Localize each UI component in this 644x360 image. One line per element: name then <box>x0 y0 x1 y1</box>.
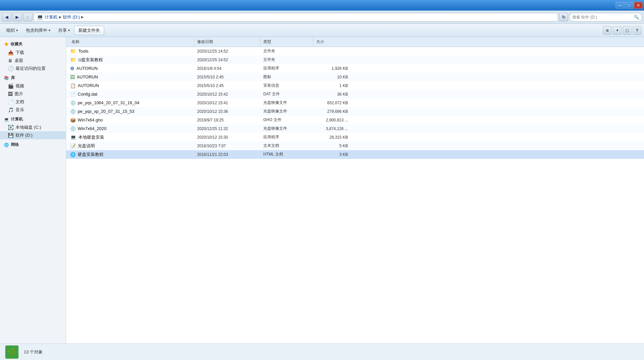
file-icon: 📦 <box>70 117 76 123</box>
computer-icon: 💻 <box>4 117 9 122</box>
up-button[interactable]: ↑ <box>23 13 32 22</box>
toolbar: 组织 ▾ 包含到库中 ▾ 共享 ▾ 新建文件夹 ≡ ▾ □ ? <box>0 24 644 37</box>
file-name-text: Win7x64_2020 <box>78 126 107 131</box>
file-name: 💿 pe_yqs_xp_20_07_31_15_53 <box>69 109 194 114</box>
recent-icon: 🕐 <box>8 66 14 71</box>
sidebar-item-video[interactable]: 🎬 视频 <box>0 82 66 90</box>
close-button[interactable]: ✕ <box>634 2 643 9</box>
table-row[interactable]: ⚙ AUTORUN 2016/1/8 4:54 应用程序 1,926 KB <box>66 64 644 73</box>
file-type: 光盘映像文件 <box>261 126 314 131</box>
file-name-text: U盘安装教程 <box>78 57 103 63</box>
include-library-button[interactable]: 包含到库中 ▾ <box>22 26 54 35</box>
table-row[interactable]: 💿 pe_yqs_xp_20_07_31_15_53 2020/10/12 15… <box>66 107 644 116</box>
file-size: 279,696 KB <box>314 109 353 114</box>
table-row[interactable]: 💿 pe_yqs_1064_20_07_31_16_04 2020/10/12 … <box>66 99 644 107</box>
file-icon: 📄 <box>70 92 76 97</box>
sidebar-item-desktop[interactable]: 🖥 桌面 <box>0 57 66 65</box>
file-name: 📁 Tools <box>69 48 194 54</box>
file-name: 📄 Config.dat <box>69 92 194 97</box>
sidebar-item-music[interactable]: 🎵 音乐 <box>0 106 66 114</box>
breadcrumb-drive[interactable]: 软件 (D:) <box>63 14 80 20</box>
file-type: GHO 文件 <box>261 117 314 123</box>
file-name: 💿 pe_yqs_1064_20_07_31_16_04 <box>69 100 194 106</box>
col-modified[interactable]: 修改日期 <box>194 37 261 47</box>
file-name: 💿 Win7x64_2020 <box>69 126 194 131</box>
table-row[interactable]: 📄 Config.dat 2020/10/12 15:42 DAT 文件 36 … <box>66 90 644 99</box>
table-row[interactable]: 📝 光盘说明 2016/10/23 7:07 文本文档 5 KB <box>66 142 644 150</box>
file-size: 5 KB <box>314 144 353 148</box>
table-row[interactable]: 🌐 硬盘安装教程 2016/11/21 22:03 HTML 文档 3 KB <box>66 150 644 159</box>
file-name: 📦 Win7x64.gho <box>69 117 194 123</box>
table-row[interactable]: 💿 Win7x64_2020 2020/12/25 11:32 光盘映像文件 3… <box>66 124 644 133</box>
table-row[interactable]: 📋 AUTORUN 2015/5/10 2:45 安装信息 1 KB <box>66 81 644 90</box>
col-size[interactable]: 大小 <box>314 37 353 47</box>
sidebar-item-document[interactable]: 📄 文档 <box>0 98 66 106</box>
table-row[interactable]: 🖼 AUTORUN 2015/5/10 2:45 图标 10 KB <box>66 73 644 81</box>
breadcrumb-computer[interactable]: 计算机 <box>45 14 58 20</box>
sidebar-item-drive-c[interactable]: 💽 本地磁盘 (C:) <box>0 123 66 131</box>
search-icon: 🔍 <box>634 15 639 20</box>
help-button[interactable]: ? <box>633 26 641 35</box>
sidebar-item-picture[interactable]: 🖼 图片 <box>0 90 66 98</box>
preview-pane-button[interactable]: □ <box>623 26 631 35</box>
file-type: 图标 <box>261 74 314 80</box>
table-row[interactable]: 📁 Tools 2020/12/25 14:52 文件夹 <box>66 47 644 56</box>
view-details-button[interactable]: ▾ <box>613 26 622 35</box>
file-date: 2020/10/12 15:42 <box>194 92 261 97</box>
file-name: ⚙ AUTORUN <box>69 66 194 71</box>
music-icon: 🎵 <box>8 107 14 112</box>
file-date: 2015/5/10 2:45 <box>194 83 261 88</box>
file-name-text: pe_yqs_1064_20_07_31_16_04 <box>78 100 140 105</box>
star-icon: ★ <box>4 41 9 47</box>
new-folder-button[interactable]: 新建文件夹 <box>74 26 104 35</box>
table-row[interactable]: 💻 本地硬盘安装 2020/10/12 15:30 应用程序 28,315 KB <box>66 133 644 142</box>
file-icon: 📝 <box>70 143 76 149</box>
sidebar-item-recent[interactable]: 🕐 最近访问的位置 <box>0 65 66 72</box>
forward-button[interactable]: ▶ <box>13 13 22 22</box>
view-toggle-button[interactable]: ≡ <box>603 26 612 35</box>
file-size: 2,900,813 ... <box>314 118 353 122</box>
sidebar-item-download[interactable]: 📥 下载 <box>0 49 66 57</box>
organize-button[interactable]: 组织 ▾ <box>3 26 21 35</box>
download-icon: 📥 <box>8 50 14 55</box>
search-input[interactable] <box>572 15 634 20</box>
refresh-button[interactable]: ↻ <box>559 13 568 22</box>
file-type: 安装信息 <box>261 83 314 88</box>
col-type[interactable]: 类型 <box>261 37 314 47</box>
share-button[interactable]: 共享 ▾ <box>55 26 73 35</box>
back-button[interactable]: ◀ <box>2 13 11 22</box>
file-type: 应用程序 <box>261 66 314 71</box>
desktop-icon: 🖥 <box>8 58 13 63</box>
sidebar-header-library[interactable]: 📚 库 <box>0 74 66 82</box>
sidebar-header-computer[interactable]: 💻 计算机 <box>0 115 66 123</box>
file-icon: 📁 <box>70 48 76 54</box>
file-date: 2019/9/7 19:25 <box>194 118 261 122</box>
file-name: 💻 本地硬盘安装 <box>69 134 194 140</box>
file-name-text: AUTORUN <box>76 66 98 71</box>
table-row[interactable]: 📁 U盘安装教程 2020/12/25 14:52 文件夹 <box>66 56 644 64</box>
table-row[interactable]: 📦 Win7x64.gho 2019/9/7 19:25 GHO 文件 2,90… <box>66 116 644 124</box>
file-type: 应用程序 <box>261 134 314 140</box>
file-name-text: 本地硬盘安装 <box>78 134 104 140</box>
sidebar-header-favorites[interactable]: ★ 收藏夹 <box>0 40 66 49</box>
file-name-text: 硬盘安装教程 <box>78 152 104 158</box>
file-type: 文件夹 <box>261 48 314 54</box>
maximize-button[interactable]: □ <box>625 2 633 9</box>
search-area: 🔍 <box>569 13 642 22</box>
file-name-text: Config.dat <box>78 92 97 97</box>
file-name-text: AUTORUN <box>77 74 98 79</box>
toolbar-right: ≡ ▾ □ ? <box>603 26 641 35</box>
sidebar-section-network: 🌐 网络 <box>0 141 66 149</box>
main-content: ★ 收藏夹 📥 下载 🖥 桌面 🕐 最近访问的位置 📚 库 <box>0 37 644 343</box>
file-name-text: AUTORUN <box>78 83 99 88</box>
file-type: 文本文档 <box>261 143 314 149</box>
minimize-button[interactable]: — <box>616 2 624 9</box>
file-type: 光盘映像文件 <box>261 109 314 114</box>
sidebar-item-drive-d[interactable]: 💾 软件 (D:) <box>0 131 66 139</box>
file-name-text: 光盘说明 <box>78 143 95 149</box>
breadcrumb[interactable]: 💻 计算机 ▶ 软件 (D:) ▶ <box>34 13 558 22</box>
sidebar-header-network[interactable]: 🌐 网络 <box>0 141 66 149</box>
col-name[interactable]: 名称 <box>69 37 194 47</box>
file-date: 2015/5/10 2:45 <box>194 75 261 79</box>
file-size: 3 KB <box>314 152 353 157</box>
